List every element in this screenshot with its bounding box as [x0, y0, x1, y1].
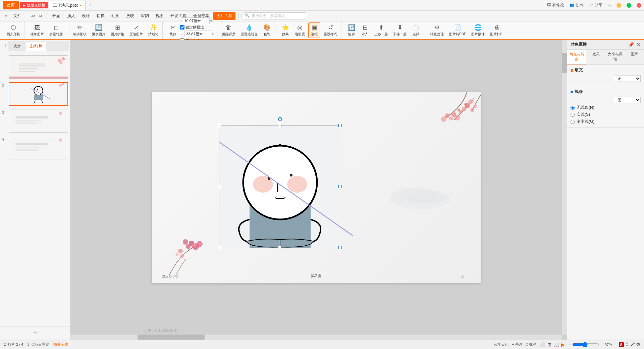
lang-btn[interactable]: 英	[625, 342, 629, 347]
scrollbar-vertical[interactable]	[562, 40, 567, 335]
smart-beauty-btn[interactable]: 智能美化	[494, 342, 508, 347]
reading-view-icon[interactable]: 📖	[553, 342, 559, 347]
menu-image-tool[interactable]: 图片工具	[213, 12, 235, 20]
zoom-in-btn[interactable]: +	[600, 342, 603, 347]
scrollbar-horizontal[interactable]	[70, 335, 562, 340]
mic-btn[interactable]: 🎤	[630, 342, 635, 347]
insert-shape-btn[interactable]: ⬡ 插入形状	[5, 23, 22, 38]
width-input[interactable]	[184, 31, 211, 37]
collab-btn[interactable]: 👥 协作	[570, 2, 584, 8]
normal-view-icon[interactable]: ⬜	[540, 342, 545, 347]
menu-design[interactable]: 设计	[79, 12, 93, 20]
fill-select[interactable]: 无	[614, 75, 641, 82]
change-image-btn[interactable]: 🔄 更改图片	[90, 23, 107, 38]
handle-tc[interactable]	[278, 124, 281, 127]
add-image-btn[interactable]: 🖼 添加图片	[29, 23, 46, 38]
undo-btn[interactable]: ↩	[30, 13, 37, 19]
search-bar[interactable]: 🔍 查找命令、搜索模板	[241, 12, 308, 19]
line-value-select[interactable]: 无	[614, 97, 641, 103]
home-tab[interactable]: 首页	[3, 1, 19, 9]
height-input[interactable]	[183, 17, 210, 24]
select-btn[interactable]: ⬚ 选择	[410, 23, 422, 38]
menu-slideshow[interactable]: 放映	[123, 12, 137, 20]
up-layer-btn[interactable]: ⬆ 上移一层	[372, 23, 390, 38]
save-btn[interactable]: 🖫 有修改	[547, 2, 564, 8]
slide-thumb-2[interactable]	[9, 82, 68, 106]
menu-file[interactable]: 文件	[11, 12, 24, 20]
rp-tab-size[interactable]: 大小与属性	[606, 50, 625, 64]
resize-style-btn[interactable]: ↺ 重设样式	[322, 23, 339, 38]
grid-view-icon[interactable]: ⊞	[547, 342, 551, 347]
slide-thumb-1[interactable]	[9, 55, 68, 79]
slide-item-4[interactable]: 4	[1, 135, 69, 160]
edit-shape-btn[interactable]: ✏ 编辑形状	[71, 23, 89, 38]
outline-tab[interactable]: 大纲	[9, 42, 25, 51]
crop-btn[interactable]: ✂ 裁剪	[167, 23, 179, 38]
close-panel-icon[interactable]: ✕	[637, 42, 641, 47]
slide-tab[interactable]: 幻灯片	[26, 42, 46, 51]
close-btn[interactable]	[637, 3, 641, 8]
handle-tl[interactable]	[218, 124, 221, 127]
rotation-handle[interactable]	[278, 117, 282, 121]
slide-thumb-4[interactable]	[9, 136, 68, 159]
comments-btn[interactable]: ≡ 备注	[512, 342, 522, 347]
to-pdf-btn[interactable]: 📄 图片转PDF	[447, 23, 468, 38]
handle-mr[interactable]	[338, 185, 342, 188]
canvas-area[interactable]: 第2页 2 2023-7-2 ≡ 单击此处添加备注	[70, 40, 567, 340]
menu-insert[interactable]: 插入	[64, 12, 78, 20]
handle-bc[interactable]	[278, 246, 281, 249]
menu-start[interactable]: 开始	[50, 12, 63, 20]
missing-font[interactable]: 缺失字体	[53, 342, 68, 347]
add-slide-btn[interactable]: +	[0, 326, 70, 340]
multi-outline-btn[interactable]: ◻ 多重轮廓	[47, 23, 65, 38]
rotate-btn[interactable]: 🔃 旋转	[345, 23, 358, 38]
file-tab[interactable]: ▶ 找版壳模板	[20, 2, 48, 8]
solid-line-radio[interactable]: 实线(S)	[571, 112, 641, 117]
lock-ratio-checkbox[interactable]	[180, 25, 184, 30]
slide-item-2[interactable]: 2	[1, 82, 69, 106]
transparency-btn[interactable]: ◎ 透明度	[293, 23, 307, 38]
share-btn[interactable]: ↗ 分享	[589, 2, 602, 8]
down-layer-btn[interactable]: ⬇ 下移一层	[391, 23, 409, 38]
gradient-line-radio[interactable]: 渐变线(G)	[571, 119, 641, 124]
menu-animation[interactable]: 动画	[109, 12, 122, 20]
zoom-slider[interactable]	[572, 342, 599, 347]
effects-btn[interactable]: ⭐ 效果	[279, 23, 291, 38]
stickman-image[interactable]	[219, 125, 340, 248]
handle-bl[interactable]	[218, 246, 221, 249]
batch-process-btn[interactable]: ⚙ 批量处理	[428, 23, 446, 38]
handle-br[interactable]	[338, 246, 342, 249]
add-caption[interactable]: ≡ 单击此处添加备注	[144, 328, 177, 333]
remove-bg-btn[interactable]: 🗑 抠除背景	[220, 23, 237, 38]
slide-item-3[interactable]: 3	[1, 108, 69, 133]
image-combine-btn[interactable]: ⊞ 图片拼接	[109, 23, 126, 38]
compress-btn[interactable]: ⤢ 压缩图片	[127, 23, 145, 38]
border-btn[interactable]: ▣ 边框	[308, 22, 320, 38]
redo-btn[interactable]: ↪	[37, 13, 44, 19]
handle-ml[interactable]	[218, 185, 221, 188]
print-btn[interactable]: 🖨 图片打印	[488, 23, 505, 38]
minimize-btn[interactable]	[616, 3, 621, 8]
set-transparent-btn[interactable]: 💧 设置透明色	[239, 23, 260, 38]
left-panel-collapse[interactable]: 《	[1, 43, 8, 49]
sidebar-toggle[interactable]: ≡	[3, 13, 9, 19]
present-icon[interactable]: ▶	[561, 342, 565, 347]
zoom-out-btn[interactable]: −	[568, 342, 571, 347]
slide-thumb-3[interactable]	[9, 109, 68, 133]
review-btn[interactable]: □ 批注	[526, 342, 537, 347]
image-mode-icon[interactable]: 🖼	[636, 343, 640, 347]
menu-review[interactable]: 审阅	[138, 12, 152, 20]
align-btn[interactable]: ⊟ 对齐	[359, 23, 371, 38]
translate-btn[interactable]: 🌐 图片翻译	[469, 23, 487, 38]
menu-view[interactable]: 视图	[153, 12, 166, 20]
slide-canvas[interactable]: 第2页 2 2023-7-2	[152, 92, 481, 283]
pin-icon[interactable]: 📌	[628, 42, 634, 47]
new-tab-button[interactable]: +	[86, 2, 95, 9]
maximize-btn[interactable]	[627, 3, 631, 8]
rp-tab-image[interactable]: 图片	[625, 50, 644, 64]
menu-transition[interactable]: 切换	[94, 12, 107, 20]
rp-tab-fill[interactable]: 填充与线条	[567, 50, 586, 64]
zoom-percent[interactable]: 97%	[605, 343, 615, 347]
clear-btn[interactable]: ✨ 清晰化	[146, 23, 160, 38]
handle-tr[interactable]	[338, 124, 342, 127]
